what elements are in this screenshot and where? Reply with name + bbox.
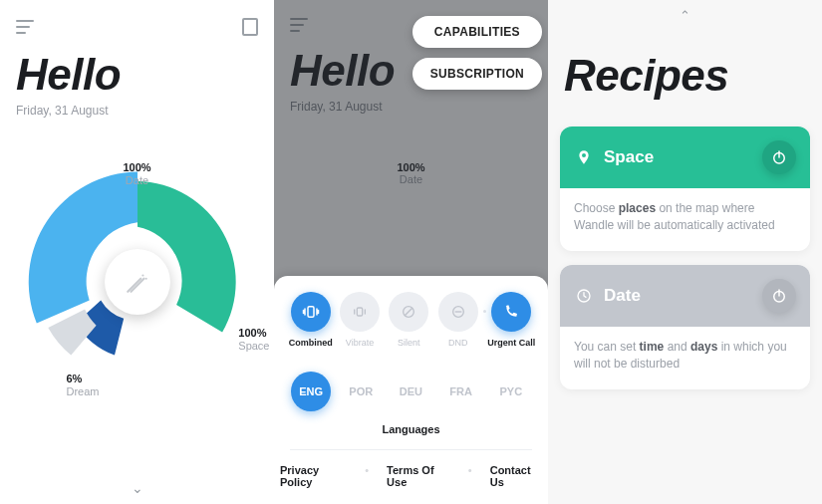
vibrate-icon (302, 303, 320, 321)
privacy-link[interactable]: Privacy Policy (280, 464, 347, 488)
mode-row: Combined Vibrate Silent DND Urgent Call (280, 292, 542, 364)
mode-combined[interactable]: Combined (287, 292, 335, 348)
recipe-card-space[interactable]: Space Choose places on the map where Wan… (560, 126, 810, 251)
recipe-card-desc: Choose places on the map where Wandle wi… (560, 188, 810, 251)
silent-icon (401, 304, 416, 320)
chevron-up-icon[interactable]: ⌃ (548, 0, 822, 23)
power-button-space[interactable] (762, 140, 796, 174)
page-date: Friday, 31 August (274, 100, 548, 114)
chart-label-space: 100% Space (238, 327, 269, 353)
subscription-button[interactable]: SUBSCRIPTION (412, 58, 542, 90)
mode-vibrate[interactable]: Vibrate (336, 292, 384, 348)
dnd-icon (450, 304, 466, 320)
lang-fra[interactable]: FRA (441, 372, 481, 411)
power-button-date[interactable] (762, 279, 796, 313)
pin-icon (574, 149, 594, 165)
donut-chart: 100% Date 100% Space 6% Dream (23, 167, 252, 396)
capabilities-button[interactable]: CAPABILITIES (412, 16, 542, 48)
power-icon (770, 148, 788, 166)
languages-title: Languages (280, 417, 542, 449)
wand-icon (125, 269, 150, 295)
svg-point-1 (144, 278, 146, 280)
separator-dot (483, 310, 486, 313)
svg-point-0 (141, 274, 143, 276)
language-row: ENG POR DEU FRA PYC (280, 364, 542, 417)
clock-icon (574, 288, 594, 304)
contact-link[interactable]: Contact Us (490, 464, 542, 488)
recipes-panel: ⌃ Recipes Space Choose places on the map… (548, 0, 822, 504)
lang-por[interactable]: POR (341, 372, 381, 411)
chart-label-date: 100% Date (123, 161, 150, 187)
power-icon (770, 287, 788, 305)
mode-silent[interactable]: Silent (385, 292, 432, 348)
terms-link[interactable]: Terms Of Use (387, 464, 450, 488)
page-date: Friday, 31 August (0, 104, 274, 118)
page-title: Hello (0, 36, 274, 104)
menu-icon[interactable] (16, 20, 36, 34)
footer-links: Privacy Policy • Terms Of Use • Contact … (280, 450, 542, 490)
svg-rect-3 (357, 308, 362, 316)
menu-panel: Hello Friday, 31 August 100% Date CAPABI… (274, 0, 548, 504)
header-dropdown: CAPABILITIES SUBSCRIPTION (412, 16, 542, 90)
chart-label-dream: 6% Dream (67, 373, 100, 398)
recipe-card-desc: You can set time and days in which you w… (560, 327, 810, 389)
mode-urgent-call[interactable]: Urgent Call (487, 292, 535, 348)
bookmark-icon[interactable] (242, 18, 258, 36)
recipe-card-date[interactable]: Date You can set time and days in which … (560, 265, 810, 389)
home-panel: Hello Friday, 31 August 100% Date 100% S… (0, 0, 274, 504)
bottom-sheet: Combined Vibrate Silent DND Urgent Call … (274, 276, 548, 504)
chart-center-button[interactable] (105, 249, 170, 315)
lang-pyc[interactable]: PYC (491, 372, 531, 411)
vibrate-icon (352, 304, 368, 320)
page-title: Recipes (548, 23, 822, 119)
svg-rect-2 (308, 307, 314, 318)
chevron-down-icon[interactable]: ⌄ (132, 480, 143, 496)
menu-icon[interactable] (290, 18, 310, 32)
mode-dnd[interactable]: DND (434, 292, 482, 348)
phone-icon (503, 304, 519, 320)
lang-deu[interactable]: DEU (391, 372, 430, 411)
lang-eng[interactable]: ENG (291, 372, 331, 411)
